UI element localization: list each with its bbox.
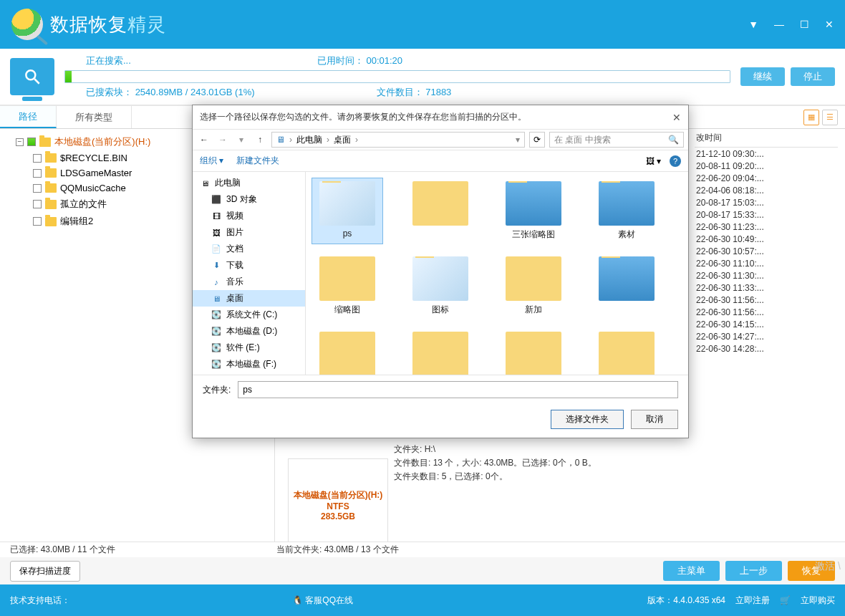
folder-item[interactable]: 新加 — [498, 253, 569, 319]
qq-link[interactable]: 客服QQ在线 — [305, 595, 353, 605]
new-folder-button[interactable]: 新建文件夹 — [236, 155, 279, 167]
minimize-icon[interactable]: — — [774, 19, 784, 30]
version-label: 版本：4.4.0.435 x64 — [647, 595, 725, 607]
dropdown-icon[interactable]: ▼ — [748, 19, 758, 30]
time-cell: 22-06-30 11:10:... — [695, 257, 838, 269]
side-downloads[interactable]: ⬇下载 — [193, 257, 305, 274]
folder-name-input[interactable] — [238, 381, 678, 398]
searching-label: 正在搜索... — [86, 54, 131, 67]
dialog-file-grid: ps三张缩略图素材缩略图图标新加 — [306, 172, 688, 375]
dialog-sidebar: 🖥此电脑 ⬛3D 对象 🎞视频 🖼图片 📄文档 ⬇下载 ♪音乐 🖥桌面 💽系统文… — [193, 172, 306, 375]
side-3d-objects[interactable]: ⬛3D 对象 — [193, 191, 305, 208]
side-drive-e[interactable]: 💽软件 (E:) — [193, 340, 305, 356]
time-cell: 22-06-30 11:33:... — [695, 281, 838, 294]
buy-link[interactable]: 立即购买 — [801, 595, 835, 607]
folder-item[interactable] — [591, 328, 662, 375]
search-input[interactable]: 在 桌面 中搜索🔍 — [549, 132, 684, 148]
side-music[interactable]: ♪音乐 — [193, 274, 305, 290]
tab-path[interactable]: 路径 — [0, 106, 57, 128]
side-drive-d[interactable]: 💽本地磁盘 (D:) — [193, 323, 305, 340]
folder-item[interactable] — [498, 328, 569, 375]
nav-up-icon[interactable]: ↑ — [253, 135, 267, 145]
organize-menu[interactable]: 组织 ▾ — [200, 155, 223, 167]
folder-item[interactable] — [312, 328, 383, 375]
dialog-title: 选择一个路径以保存您勾选的文件。请勿将要恢复的文件保存在您当前扫描的分区中。 — [200, 111, 526, 123]
save-progress-button[interactable]: 保存扫描进度 — [10, 561, 80, 582]
main-menu-button[interactable]: 主菜单 — [663, 561, 720, 581]
search-icon: 🔍 — [668, 135, 679, 145]
side-videos[interactable]: 🎞视频 — [193, 208, 305, 224]
cart-icon: 🛒 — [780, 595, 791, 605]
action-row: 保存扫描进度 主菜单 上一步 恢复 — [0, 557, 845, 584]
time-cell: 22-06-30 14:28:... — [695, 342, 838, 355]
side-documents[interactable]: 📄文档 — [193, 241, 305, 257]
dialog-close-icon[interactable]: ✕ — [672, 112, 681, 123]
folder-item[interactable]: 素材 — [591, 178, 662, 244]
folder-input-label: 文件夹: — [203, 384, 231, 396]
side-drive-f[interactable]: 💽本地磁盘 (F:) — [193, 356, 305, 372]
prev-step-button[interactable]: 上一步 — [725, 561, 782, 581]
titlebar: 数据恢复精灵 ▼ — ☐ ✕ — [0, 0, 845, 49]
stop-button[interactable]: 停止 — [791, 67, 835, 86]
folder-item[interactable] — [405, 178, 476, 244]
time-cell: 20-08-17 15:03:... — [695, 196, 838, 208]
continue-button[interactable]: 继续 — [740, 67, 785, 86]
tab-all-types[interactable]: 所有类型 — [57, 106, 132, 128]
time-cell: 21-12-10 09:30:... — [695, 148, 838, 160]
time-cell: 22-06-30 14:27:... — [695, 330, 838, 342]
svg-point-0 — [26, 70, 35, 80]
cancel-button[interactable]: 取消 — [631, 410, 678, 429]
time-cell: 22-04-06 08:18:... — [695, 184, 838, 196]
time-cell: 22-06-30 11:56:... — [695, 306, 838, 318]
progress-bar — [64, 70, 730, 83]
folder-item[interactable] — [405, 328, 476, 375]
nav-back-icon[interactable]: ← — [197, 135, 211, 145]
time-cell: 22-06-30 10:49:... — [695, 233, 838, 245]
side-desktop[interactable]: 🖥桌面 — [193, 290, 305, 307]
modified-time-column: 改时间 21-12-10 09:30:...20-08-11 09:20:...… — [695, 129, 838, 355]
view-mode-icon[interactable]: 🖼 ▾ — [646, 156, 661, 166]
close-icon[interactable]: ✕ — [825, 19, 834, 30]
time-cell: 22-06-30 11:30:... — [695, 269, 838, 281]
folder-item[interactable] — [591, 253, 662, 319]
svg-line-1 — [34, 79, 39, 84]
selected-status: 已选择: 43.0MB / 11 个文件 — [10, 544, 115, 556]
app-logo: 数据恢复精灵 — [11, 9, 166, 40]
side-pictures[interactable]: 🖼图片 — [193, 224, 305, 241]
folder-chooser-dialog: 选择一个路径以保存您勾选的文件。请勿将要恢复的文件保存在您当前扫描的分区中。 ✕… — [192, 105, 689, 438]
elapsed-value: 00:01:20 — [366, 55, 402, 66]
status-bar: 已选择: 43.0MB / 11 个文件 当前文件夹: 43.0MB / 13 … — [0, 542, 845, 557]
time-cell: 22-06-30 11:56:... — [695, 294, 838, 306]
files-value: 71883 — [425, 87, 451, 97]
folder-info: 文件夹: H:\ 文件数目: 13 个，大小: 43.0MB。已选择: 0个，0… — [394, 443, 597, 484]
view-icons-icon[interactable]: ▦ — [803, 110, 819, 125]
blocks-value: 2540.89MB / 243.01GB (1%) — [135, 87, 255, 97]
current-folder-status: 当前文件夹: 43.0MB / 13 个文件 — [276, 544, 399, 556]
folder-item[interactable]: 三张缩略图 — [498, 178, 569, 244]
progress-panel: 正在搜索... 已用时间： 00:01:20 已搜索块： 2540.89MB /… — [0, 49, 845, 106]
monitor-search-icon — [10, 58, 54, 95]
time-cell: 22-06-20 09:04:... — [695, 172, 838, 184]
watermark: 激活 \ — [815, 560, 841, 573]
help-icon[interactable]: ? — [670, 155, 681, 167]
nav-history-icon[interactable]: ▾ — [234, 135, 248, 145]
select-folder-button[interactable]: 选择文件夹 — [551, 410, 624, 429]
time-cell: 22-06-30 14:15:... — [695, 318, 838, 330]
tech-support-label: 技术支持电话： — [10, 595, 70, 607]
disk-card[interactable]: 本地磁盘(当前分区)(H:) NTFS 283.5GB — [288, 458, 388, 552]
time-cell: 20-08-17 15:33:... — [695, 208, 838, 221]
side-this-pc[interactable]: 🖥此电脑 — [193, 175, 305, 191]
folder-item[interactable]: ps — [312, 178, 383, 244]
side-drive-c[interactable]: 💽系统文件 (C:) — [193, 307, 305, 323]
breadcrumb[interactable]: 🖥 ›此电脑 ›桌面 › ▾ — [271, 132, 525, 148]
time-cell: 22-06-30 11:23:... — [695, 221, 838, 233]
time-cell: 22-06-30 10:57:... — [695, 245, 838, 257]
refresh-icon[interactable]: ⟳ — [529, 132, 545, 148]
folder-item[interactable]: 图标 — [405, 253, 476, 319]
maximize-icon[interactable]: ☐ — [800, 19, 809, 30]
view-list-icon[interactable]: ☰ — [822, 110, 838, 125]
folder-item[interactable]: 缩略图 — [312, 253, 383, 319]
nav-forward-icon[interactable]: → — [216, 135, 230, 145]
register-link[interactable]: 立即注册 — [735, 595, 770, 607]
magnifier-icon — [11, 9, 43, 40]
